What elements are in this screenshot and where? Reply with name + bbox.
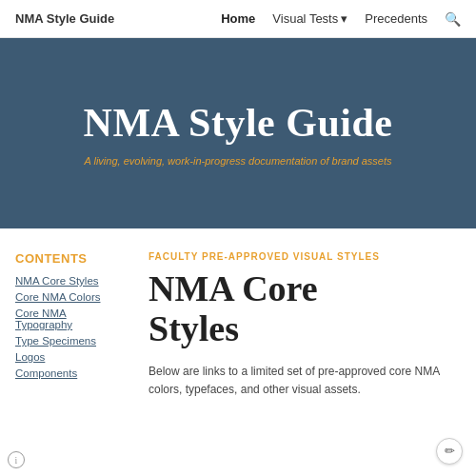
hero-subtitle: A living, evolving, work-in-progress doc… (84, 155, 391, 167)
bottom-icons: i (8, 451, 25, 468)
chevron-down-icon: ▾ (341, 11, 347, 26)
nav-link-visual-tests-label: Visual Tests (272, 11, 338, 26)
sidebar-link-core-nma-typography[interactable]: Core NMA Typography (15, 307, 118, 330)
sidebar-link-logos[interactable]: Logos (15, 351, 118, 363)
nav-link-home[interactable]: Home (221, 11, 255, 26)
main-content: CONTENTS NMA Core Styles Core NMA Colors… (0, 228, 476, 476)
hero-title: NMA Style Guide (84, 100, 393, 146)
edit-button[interactable]: ✏ (436, 438, 463, 465)
hero-section: NMA Style Guide A living, evolving, work… (0, 38, 476, 228)
sidebar-link-core-nma-colors[interactable]: Core NMA Colors (15, 291, 118, 303)
content-area: FACULTY PRE-APPROVED VISUAL STYLES NMA C… (133, 228, 476, 476)
navbar: NMA Style Guide Home Visual Tests ▾ Prec… (0, 0, 476, 38)
info-icon[interactable]: i (8, 451, 25, 468)
sidebar-links: NMA Core Styles Core NMA Colors Core NMA… (15, 275, 118, 379)
nav-link-precedents[interactable]: Precedents (365, 11, 427, 26)
content-title: NMA Core Styles (149, 269, 457, 349)
sidebar-link-components[interactable]: Components (15, 367, 118, 379)
sidebar-link-type-specimens[interactable]: Type Specimens (15, 335, 118, 347)
content-title-line1: NMA Core (149, 268, 318, 308)
sidebar-contents-label: CONTENTS (15, 251, 118, 266)
sidebar: CONTENTS NMA Core Styles Core NMA Colors… (0, 228, 133, 476)
sidebar-link-nma-core-styles[interactable]: NMA Core Styles (15, 275, 118, 287)
content-title-line2: Styles (149, 308, 239, 348)
search-icon[interactable]: 🔍 (445, 11, 461, 27)
nav-brand: NMA Style Guide (15, 11, 221, 26)
nav-links: Home Visual Tests ▾ Precedents 🔍 (221, 11, 461, 27)
content-description: Below are links to a limited set of pre-… (149, 363, 457, 399)
content-category-label: FACULTY PRE-APPROVED VISUAL STYLES (149, 251, 457, 262)
nav-link-visual-tests[interactable]: Visual Tests ▾ (272, 11, 347, 26)
pencil-icon: ✏ (445, 444, 455, 459)
